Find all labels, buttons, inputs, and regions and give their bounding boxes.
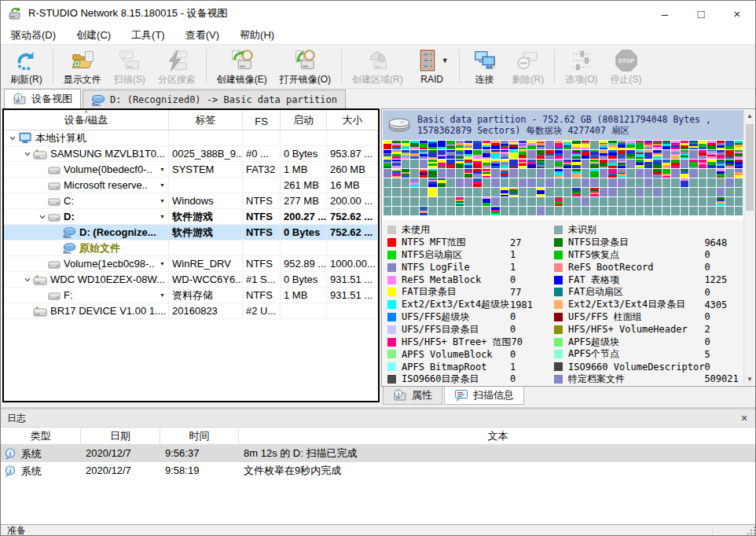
tree-column-header-1[interactable]: 标签 <box>169 110 243 130</box>
log-column-header-3[interactable]: 文本 <box>239 428 756 444</box>
menu-item-4[interactable]: 帮助(H) <box>229 28 284 42</box>
expander-icon[interactable] <box>7 134 18 142</box>
scan-block <box>384 207 391 215</box>
tree-column-header-3[interactable]: 启动 <box>281 110 327 130</box>
menu-item-2[interactable]: 工具(T) <box>121 28 175 42</box>
toolbar-button-open-image[interactable]: 打开镜像(O) <box>273 45 337 88</box>
scroll-thumb[interactable] <box>746 124 754 211</box>
close-button[interactable]: × <box>719 1 755 26</box>
scan-block <box>384 188 391 196</box>
row-dropdown-icon[interactable]: ▼ <box>160 178 165 193</box>
scan-block <box>582 188 589 196</box>
legend-count: 0 <box>704 287 748 298</box>
scan-block <box>699 141 706 149</box>
scan-scrollbar[interactable]: ▲ ▼ <box>743 110 755 385</box>
scan-block <box>491 197 499 206</box>
scan-block <box>509 207 517 215</box>
legend-item: FAT目录条目77 <box>387 286 554 299</box>
scan-tab-properties[interactable]: i属性 <box>383 387 442 405</box>
toolbar-button-show-files[interactable]: 显示文件 <box>57 45 108 88</box>
legend-item: 未识别 <box>554 224 748 237</box>
scan-block <box>590 169 598 178</box>
tree-row[interactable]: Volume{1ecb0c98-..▼WinRE_DRVNTFS952.89 .… <box>4 256 378 272</box>
scroll-down-icon[interactable]: ▼ <box>744 373 755 385</box>
scan-block <box>428 169 436 178</box>
legend-item: NTFS MFT范围27 <box>387 237 554 249</box>
row-dropdown-icon[interactable]: ▼ <box>160 162 165 177</box>
tree-column-header-4[interactable]: 大小 <box>327 110 378 130</box>
tree-row[interactable]: Rec.原始文件 <box>4 240 378 256</box>
expander-icon[interactable] <box>22 276 33 284</box>
tree-row[interactable]: D:▼软件游戏NTFS200.27 ...752.62 ... <box>4 209 378 225</box>
scan-block <box>681 169 688 178</box>
scan-tab-scan-info[interactable]: 扫描信息 <box>444 387 524 405</box>
toolbar-button-connect[interactable]: 连接 <box>464 45 506 88</box>
tree-column-header-2[interactable]: FS <box>243 110 281 130</box>
scan-block <box>689 169 697 178</box>
row-dropdown-icon[interactable]: ▼ <box>160 256 165 271</box>
tree-column-header-0[interactable]: ^设备/磁盘 <box>4 110 169 130</box>
scroll-up-icon[interactable]: ▲ <box>744 110 755 122</box>
tree-row[interactable]: SAMSUNG MZVLB1T0...0025_388B_9...#0 ...0… <box>4 146 378 162</box>
row-dropdown-icon[interactable]: ▼ <box>160 209 165 224</box>
log-row[interactable]: i系统2020/12/79:58:19文件枚举在9秒内完成 <box>1 462 756 479</box>
toolbar-label: 刷新(R) <box>10 73 42 86</box>
log-column-header-1[interactable]: 日期 <box>81 428 160 444</box>
scan-block-map[interactable] <box>383 140 743 216</box>
scan-block <box>545 207 553 215</box>
info-drive-icon: i <box>13 93 27 105</box>
scan-block <box>446 169 454 178</box>
scan-block <box>392 178 400 187</box>
log-column-header-2[interactable]: 时间 <box>160 428 239 444</box>
toolbar-button-refresh[interactable]: 刷新(R) <box>4 45 49 88</box>
toolbar-separator <box>554 50 555 83</box>
recognized-partition-icon: Rec. <box>63 242 76 254</box>
expander-icon[interactable] <box>22 150 33 158</box>
tree-cell-size <box>327 130 378 145</box>
hard-disk-icon <box>33 306 47 317</box>
tree-row[interactable]: C:▼WindowsNTFS277 MB200.00 ... <box>4 193 378 209</box>
menu-item-0[interactable]: 驱动器(D) <box>1 28 66 42</box>
menu-item-1[interactable]: 创建(C) <box>66 28 121 42</box>
tree-row[interactable]: BR17 DEVICE V1.00 1....20160823#2 U... <box>4 303 378 319</box>
log-close-button[interactable]: × <box>738 412 750 424</box>
row-dropdown-icon[interactable]: ▼ <box>160 193 165 208</box>
log-text: 文件枚举在9秒内完成 <box>239 462 756 479</box>
menu-item-3[interactable]: 查看(V) <box>175 28 229 42</box>
log-row[interactable]: i系统2020/12/79:56:378m 12s 的 D: 扫描已完成 <box>1 445 756 462</box>
tree-row[interactable]: F:▼资料存储NTFS1 MB931.51 ... <box>4 288 378 303</box>
scan-block <box>618 207 626 215</box>
row-dropdown-icon[interactable]: ▼ <box>160 288 165 303</box>
scan-block <box>464 207 472 215</box>
view-tab-rec-partition[interactable]: Rec.D: (Recognized0) -> Basic data parti… <box>83 90 346 108</box>
refresh-icon <box>14 48 38 72</box>
scan-block <box>699 207 706 215</box>
scan-block <box>456 197 464 206</box>
legend-swatch <box>554 325 563 334</box>
tree-row[interactable]: Microsoft reserve..▼261 MB16 MB <box>4 178 378 193</box>
tree-cell-label: SYSTEM <box>169 162 243 177</box>
log-text: 8m 12s 的 D: 扫描已完成 <box>239 445 756 462</box>
dropdown-arrow-icon[interactable]: ▼ <box>442 57 449 64</box>
tree-row[interactable]: Volume{0bedecf0-..▼SYSTEMFAT321 MB260 MB <box>4 162 378 178</box>
legend-count: 9648 <box>704 237 748 248</box>
scan-block <box>725 150 733 159</box>
scan-block <box>509 160 517 168</box>
scan-block <box>428 178 436 187</box>
resize-grip[interactable] <box>747 527 755 534</box>
tree-row[interactable]: WDC WD10EZEX-08W...WD-WCC6Y6...#1 S...0 … <box>4 272 378 288</box>
scan-block <box>725 169 733 178</box>
view-tab-device-view[interactable]: i设备视图 <box>4 89 81 108</box>
expander-icon[interactable] <box>37 213 48 221</box>
legend-item: APFS VolumeBlock0 <box>387 348 554 361</box>
toolbar-button-raid[interactable]: ▼RAID <box>409 45 455 88</box>
tree-row[interactable]: 本地计算机 <box>4 130 378 146</box>
log-column-header-0[interactable]: 类型 <box>1 428 81 444</box>
minimize-button[interactable]: – <box>647 1 683 26</box>
legend-count: 0 <box>704 311 748 322</box>
maximize-button[interactable]: □ <box>683 1 719 26</box>
tree-row[interactable]: Rec.D: (Recognize...软件游戏NTFS0 Bytes752.6… <box>4 225 378 240</box>
scan-block <box>644 188 652 196</box>
scan-block <box>600 150 607 159</box>
toolbar-button-create-image[interactable]: 创建镜像(E) <box>211 45 273 88</box>
